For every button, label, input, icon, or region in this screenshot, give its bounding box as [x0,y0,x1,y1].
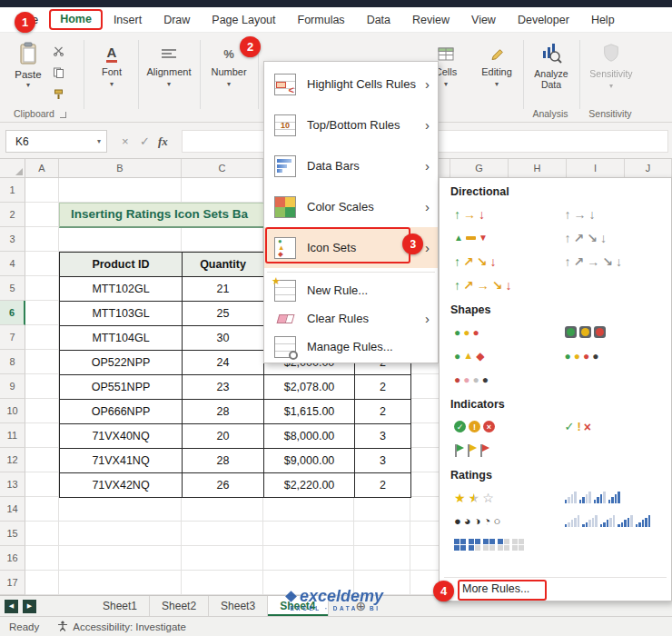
icon-set-3-triangles[interactable]: ▲▼ [449,226,552,249]
cut-icon[interactable] [53,45,64,59]
menu-tab-view[interactable]: View [460,8,507,32]
menu-tab-developer[interactable]: Developer [507,8,580,32]
editing-group-button[interactable]: Editing ▾ [472,44,521,88]
cell-A17[interactable] [25,571,59,595]
cell-C14[interactable] [182,497,263,522]
column-header-C[interactable]: C [182,159,263,177]
icon-set-5-boxes[interactable] [449,533,552,556]
cell-A8[interactable] [25,350,59,374]
cell-E15[interactable] [354,522,410,546]
cell-A2[interactable] [25,203,59,227]
cf-menu-item-color-scales[interactable]: Color Scales› [264,186,438,227]
cell-B17[interactable] [59,571,182,595]
format-painter-icon[interactable] [53,89,64,103]
menu-tab-data[interactable]: Data [356,8,401,32]
row-header-9[interactable]: 9 [0,374,25,399]
row-header-14[interactable]: 14 [0,497,25,522]
paste-button[interactable]: Paste ▾ [7,40,49,109]
icon-set-4-ratings[interactable] [559,486,663,509]
row-header-8[interactable]: 8 [0,350,25,374]
cell-A13[interactable] [25,472,59,497]
insert-function-icon[interactable]: fx [158,134,168,149]
menu-tab-help[interactable]: Help [580,8,626,32]
select-all-corner[interactable] [0,159,25,177]
row-header-10[interactable]: 10 [0,399,25,423]
copy-icon[interactable] [53,67,64,81]
row-header-6[interactable]: 6 [0,301,25,325]
cell-A3[interactable] [25,227,59,252]
dialog-launcher-icon[interactable] [60,112,66,118]
more-rules-item[interactable]: More Rules... [444,577,667,597]
cancel-icon[interactable]: × [122,134,129,148]
row-header-17[interactable]: 17 [0,571,25,595]
cell-D16[interactable] [263,546,354,571]
cf-menu-item-new-rule[interactable]: ★New Rule... [264,276,438,304]
row-header-11[interactable]: 11 [0,423,25,448]
sheet-nav-left-icon[interactable]: ◀ [5,600,18,613]
cell-D15[interactable] [263,522,354,546]
cell-A4[interactable] [25,252,59,276]
icon-set-3-symbols-circled[interactable]: ✓!× [449,415,552,438]
menu-tab-draw[interactable]: Draw [153,8,201,32]
cell-A12[interactable] [25,448,59,472]
sheet-tab-sheet4[interactable]: Sheet4 [268,596,328,616]
row-header-3[interactable]: 3 [0,227,25,252]
cell-E16[interactable] [354,546,410,571]
cf-menu-item-highlight-cells-rules[interactable]: <Highlight Cells Rules› [264,64,438,104]
row-header-12[interactable]: 12 [0,448,25,472]
icon-set-4-arrows-gray[interactable]: ↑↗↘↓ [559,226,663,249]
icon-set-3-stars[interactable]: ★★☆ [449,486,552,509]
cell-B16[interactable] [59,546,182,571]
icon-set-3-arrows-gray[interactable]: ↑→↓ [559,203,663,225]
cell-C3[interactable] [182,227,263,252]
row-header-2[interactable]: 2 [0,203,25,227]
icon-set-5-ratings[interactable] [559,510,663,532]
cell-C17[interactable] [182,571,263,595]
sensitivity-button[interactable]: Sensitivity ▾ [585,42,637,90]
icon-set-3-traffic-lights-rimmed[interactable] [559,321,663,343]
cell-A6[interactable] [25,301,59,325]
column-header-J[interactable]: J [625,159,672,177]
menu-tab-formulas[interactable]: Formulas [287,8,356,32]
cell-A14[interactable] [25,497,59,522]
icon-set-3-symbols-uncircled[interactable]: ✓!× [559,415,663,438]
sheet-nav-right-icon[interactable]: ▶ [23,600,36,613]
cell-D14[interactable] [263,497,354,522]
cell-A15[interactable] [25,522,59,546]
row-header-7[interactable]: 7 [0,325,25,350]
sheet-tab-sheet1[interactable]: Sheet1 [91,596,150,616]
cell-C16[interactable] [182,546,263,571]
row-header-13[interactable]: 13 [0,472,25,497]
cell-A16[interactable] [25,546,59,571]
menu-tab-home[interactable]: Home [49,9,103,30]
cell-A10[interactable] [25,399,59,423]
accessibility-status[interactable]: Accessibility: Investigate [57,621,186,633]
cf-menu-item-top-bottom-rules[interactable]: 10Top/Bottom Rules› [264,104,438,145]
sheet-tab-sheet2[interactable]: Sheet2 [150,596,209,616]
icon-set-4-traffic-lights[interactable]: ●●●● [559,344,663,367]
analyze-data-button[interactable]: Analyze Data [527,42,576,90]
cell-C1[interactable] [182,178,263,203]
icon-set-3-arrows-colored[interactable]: ↑→↓ [449,203,552,225]
font-group-button[interactable]: A Font ▾ [89,44,134,88]
cell-C15[interactable] [182,522,263,546]
column-header-A[interactable]: A [25,159,59,177]
row-header-1[interactable]: 1 [0,178,25,203]
row-header-15[interactable]: 15 [0,522,25,546]
cell-D17[interactable] [263,571,354,595]
menu-tab-insert[interactable]: Insert [103,8,153,32]
row-header-4[interactable]: 4 [0,252,25,276]
cell-B3[interactable] [59,227,182,252]
cell-B15[interactable] [59,522,182,546]
enter-icon[interactable]: ✓ [140,134,150,148]
cell-A9[interactable] [25,374,59,399]
cell-A7[interactable] [25,325,59,350]
cell-A11[interactable] [25,423,59,448]
icon-set-4-arrows-colored[interactable]: ↑↗↘↓ [449,250,552,273]
cell-B14[interactable] [59,497,182,522]
icon-set-5-arrows-gray[interactable]: ↑↗→↘↓ [559,250,663,273]
cell-A5[interactable] [25,276,59,301]
cf-menu-item-manage-rules[interactable]: Manage Rules... [264,333,438,361]
column-header-B[interactable]: B [59,159,182,177]
cf-menu-item-clear-rules[interactable]: Clear Rules› [264,304,438,333]
